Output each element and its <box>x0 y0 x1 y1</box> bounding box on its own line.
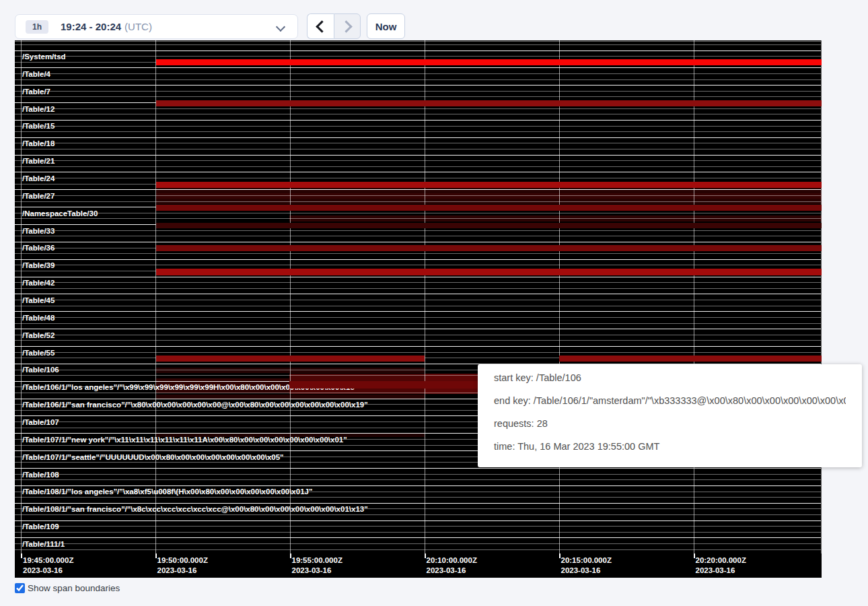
heat-band[interactable] <box>156 245 822 252</box>
span-boundary-line <box>15 149 821 149</box>
span-boundary-line <box>15 532 821 533</box>
row-label: /Table/107/1/"new york"/"\x11\x11\x11\x1… <box>22 436 347 444</box>
row-label: /Table/108/1/"los angeles"/"\xa8\xf5\u00… <box>22 487 312 496</box>
axis-tick <box>21 553 22 558</box>
span-boundary-line <box>15 218 821 219</box>
tooltip-requests: requests: 28 <box>494 419 846 429</box>
chevron-down-icon <box>276 22 285 32</box>
tooltip-time: time: Thu, 16 Mar 2023 19:55:00 GMT <box>494 442 846 452</box>
show-span-boundaries-checkbox[interactable] <box>15 583 25 593</box>
x-axis-date: 2023-03-16 <box>292 566 342 576</box>
heat-band[interactable] <box>156 59 822 65</box>
x-axis-date: 2023-03-16 <box>427 566 477 576</box>
row-label: /Table/33 <box>22 227 55 235</box>
span-boundary-line <box>15 468 821 469</box>
x-axis-time: 20:20:00.000Z <box>696 556 746 566</box>
keyvis-chart[interactable]: /System/tsd/Table/4/Table/7/Table/12/Tab… <box>15 40 822 578</box>
span-boundaries-control[interactable]: Show span boundaries <box>15 583 120 593</box>
heat-band[interactable] <box>156 205 822 211</box>
axis-tick <box>290 553 291 558</box>
timezone-text: (UTC) <box>124 21 152 32</box>
row-label: /Table/111/1 <box>22 540 65 548</box>
span-boundary-line <box>15 67 821 68</box>
span-boundary-line <box>15 143 821 143</box>
span-boundary-line <box>15 352 821 353</box>
heat-band[interactable] <box>156 100 822 107</box>
span-boundary-line <box>15 520 821 521</box>
x-axis-time: 19:45:00.000Z <box>23 556 73 566</box>
span-boundary-line <box>15 189 821 190</box>
span-boundary-line <box>15 91 821 92</box>
span-boundary-line <box>15 346 821 347</box>
heat-band[interactable] <box>559 356 822 362</box>
chevron-left-icon <box>316 20 328 32</box>
time-range-selector[interactable]: 1h 19:24 - 20:24 (UTC) <box>15 14 298 39</box>
span-boundary-line <box>15 166 821 167</box>
span-boundary-line <box>15 236 821 236</box>
x-axis-date: 2023-03-16 <box>696 566 746 576</box>
span-boundary-line <box>15 131 821 132</box>
grid-line-vertical <box>425 40 425 553</box>
span-boundary-line <box>15 503 821 504</box>
span-boundary-line <box>15 108 821 109</box>
span-boundary-line <box>15 497 821 498</box>
span-boundary-line <box>15 253 821 254</box>
next-time-button[interactable] <box>334 13 361 39</box>
row-label: /Table/106 <box>22 366 59 374</box>
tooltip-end-key: end key: /Table/106/1/"amsterdam"/"\xb33… <box>494 396 846 406</box>
now-button[interactable]: Now <box>367 13 405 39</box>
span-boundary-line <box>15 126 821 127</box>
axis-tick <box>155 553 157 558</box>
time-nav-group <box>307 13 361 39</box>
x-axis-time: 20:10:00.000Z <box>427 556 477 566</box>
axis-tick <box>559 553 560 558</box>
span-boundary-line <box>15 201 821 202</box>
span-boundary-line <box>15 242 821 242</box>
row-label: /Table/39 <box>22 261 55 269</box>
key-visualizer-page: 1h 19:24 - 20:24 (UTC) Now /System/tsd/T… <box>0 0 868 606</box>
row-label: /Table/21 <box>22 157 55 165</box>
row-label: /Table/36 <box>22 244 55 252</box>
prev-time-button[interactable] <box>307 13 334 39</box>
axis-tick <box>694 553 695 558</box>
row-label: /Table/24 <box>22 174 55 182</box>
row-label: /Table/108 <box>22 471 59 479</box>
heat-band[interactable] <box>156 356 425 362</box>
span-boundary-line <box>15 543 821 544</box>
row-label: /Table/106/1/"san francisco"/"\x80\x00\x… <box>22 401 368 409</box>
heat-band[interactable] <box>156 182 822 188</box>
span-boundary-line <box>15 317 821 318</box>
grid-line-vertical <box>559 40 560 553</box>
span-boundary-line <box>15 306 821 306</box>
row-label: /Table/48 <box>22 314 55 322</box>
row-label: /Table/12 <box>22 105 55 113</box>
span-boundary-line <box>15 277 821 277</box>
row-label: /Table/107/1/"seattle"/"UUUUUUD\x00\x80\… <box>22 453 284 461</box>
span-boundary-line <box>15 73 821 74</box>
row-label: /NamespaceTable/30 <box>22 209 98 217</box>
time-preset-badge: 1h <box>26 20 48 34</box>
x-axis-label: 19:55:00.000Z2023-03-16 <box>292 556 342 576</box>
span-boundary-line <box>15 329 821 329</box>
row-label: /Table/55 <box>22 349 55 357</box>
span-boundary-line <box>15 485 821 486</box>
span-boundary-line <box>15 230 821 231</box>
x-axis-date: 2023-03-16 <box>23 566 73 576</box>
heat-band[interactable] <box>156 223 822 229</box>
x-axis-time: 20:15:00.000Z <box>561 556 612 566</box>
x-axis-label: 20:10:00.000Z2023-03-16 <box>427 556 477 576</box>
row-label: /Table/27 <box>22 192 55 200</box>
heat-band[interactable] <box>156 269 822 275</box>
span-boundary-line <box>15 50 821 51</box>
span-boundary-line <box>15 300 821 300</box>
span-boundary-line <box>15 114 821 114</box>
span-boundary-line <box>15 178 821 178</box>
span-boundary-line <box>15 311 821 312</box>
row-label: /Table/45 <box>22 296 55 304</box>
hover-tooltip: start key: /Table/106 end key: /Table/10… <box>478 364 862 467</box>
span-boundary-line <box>15 537 821 538</box>
row-label: /Table/108/1/"san francisco"/"\x8c\xcc\x… <box>22 505 368 513</box>
heat-band[interactable] <box>289 381 478 389</box>
row-label: /Table/4 <box>22 70 50 78</box>
span-boundary-line <box>15 259 821 260</box>
